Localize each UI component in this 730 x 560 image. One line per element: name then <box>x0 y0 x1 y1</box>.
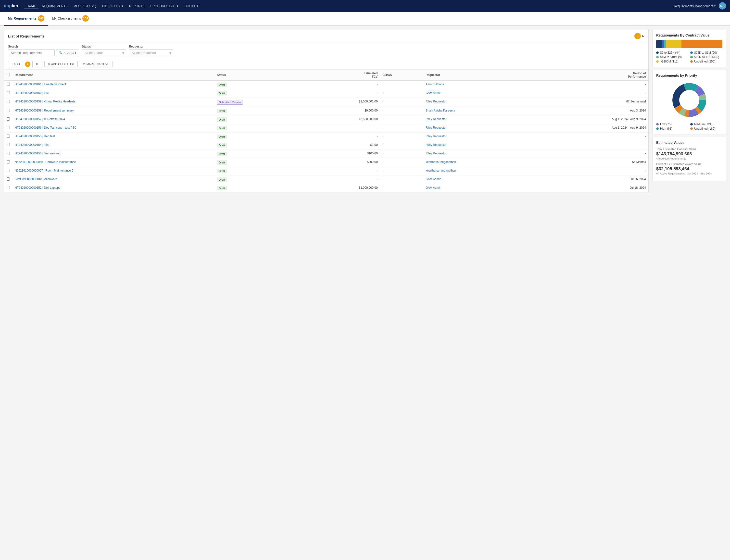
requirements-table: Requirement Status EstimatedTCV CO/CS Re… <box>4 70 648 193</box>
row-checkbox-4[interactable] <box>7 117 10 121</box>
filter-row: Search 🔍 SEARCH Status Select Status Dra… <box>4 42 648 59</box>
requestor-link-5[interactable]: Riley Requestor <box>426 126 446 129</box>
requestor-link-7[interactable]: Riley Requestor <box>426 143 446 147</box>
add-button[interactable]: + ADD <box>8 61 23 67</box>
requirement-link-9[interactable]: N6523610000000068 | Hardware maintenance <box>15 160 76 164</box>
requestor-link-9[interactable]: keerthana ranganathan <box>426 160 456 164</box>
requestor-link-12[interactable]: GAM Admin <box>426 186 441 189</box>
requirement-link-12[interactable]: HT94020000000152 | Dell Laptops <box>15 186 60 189</box>
status-badge: Draft <box>217 117 227 122</box>
list-header: List of Requirements 3 ▶ <box>4 30 648 42</box>
avatar[interactable]: GA <box>719 2 726 10</box>
cocs-cell-2: - <box>380 98 423 107</box>
legend-medium-label: Medium (121) <box>694 123 712 126</box>
tabs-bar: My Requirements 446 My Checklist Items 1… <box>0 12 730 26</box>
app-name[interactable]: Requirements Management ▾ <box>674 4 716 8</box>
row-checkbox-8[interactable] <box>7 152 10 155</box>
row-checkbox-9[interactable] <box>7 160 10 163</box>
status-badge: Draft <box>217 177 227 182</box>
row-checkbox-1[interactable] <box>7 91 10 94</box>
nav-copilot[interactable]: COPILOT <box>182 3 201 9</box>
row-checkbox-3[interactable] <box>7 109 10 112</box>
tab-my-checklist[interactable]: My Checklist Items 104 <box>48 12 93 26</box>
pop-cell-7: - <box>530 141 648 150</box>
legend-1mto10m-label: $1M to $10M (9) <box>660 55 682 59</box>
tcv-cell-12: $1,000,000.00 <box>308 184 380 193</box>
requirement-link-0[interactable]: HT94020000000161 | Line Items Check <box>15 83 67 86</box>
requirement-link-2[interactable]: HT94020000000159 | Virtual Reality Heads… <box>15 100 75 103</box>
nav-messages[interactable]: MESSAGES (2) <box>71 3 99 9</box>
pop-cell-4: Aug 1, 2024 - Aug 9, 2024 <box>530 115 648 124</box>
requirement-link-1[interactable]: HT94020000000160 | test <box>15 91 49 95</box>
nav-reports[interactable]: REPORTS <box>127 3 147 9</box>
add-button-label: + ADD <box>11 62 20 66</box>
requirement-link-4[interactable]: HT94020000000157 | IT Refresh 2024 <box>15 117 65 121</box>
legend-low: Low (75) <box>656 123 688 126</box>
legend-1mto10m: $1M to $10M (9) <box>656 55 688 59</box>
select-all-checkbox[interactable] <box>7 73 10 76</box>
nav-requirements[interactable]: REQUIREMENTS <box>39 3 70 9</box>
requirement-link-7[interactable]: HT94020000000154 | Test <box>15 143 49 147</box>
requirement-link-3[interactable]: HT94020000000158 | Requirement summary <box>15 109 74 112</box>
bar-orange <box>681 40 722 48</box>
tab-my-checklist-label: My Checklist Items <box>52 16 81 20</box>
row-checkbox-7[interactable] <box>7 143 10 146</box>
row-checkbox-2[interactable] <box>7 100 10 103</box>
requestor-link-1[interactable]: GAM Admin <box>426 91 441 95</box>
requestor-link-8[interactable]: Riley Requestor <box>426 152 446 155</box>
requestor-link-2[interactable]: Riley Requestor <box>426 100 446 103</box>
row-checkbox-5[interactable] <box>7 126 10 129</box>
row-checkbox-12[interactable] <box>7 186 10 189</box>
requirement-link-8[interactable]: HT94020000000153 | Test new req <box>15 152 61 155</box>
right-panel: Requirements By Contract Value $0 to $25… <box>653 30 726 193</box>
nav-items: HOME REQUIREMENTS MESSAGES (2) DIRECTORY… <box>24 3 674 9</box>
mark-inactive-button[interactable]: ⊘ MARK INACTIVE <box>80 61 112 67</box>
bar-teal <box>664 40 666 48</box>
legend-medium: Medium (121) <box>690 123 722 126</box>
nav-procuresight[interactable]: PROCURESIGHT <box>148 3 181 9</box>
requirement-link-10[interactable]: N6523610000000067 | Room Maintenance 5 <box>15 169 73 172</box>
requirement-link-5[interactable]: HT94020000000156 | Doc Test copy - test … <box>15 126 76 129</box>
row-checkbox-0[interactable] <box>7 83 10 86</box>
tab-my-requirements[interactable]: My Requirements 446 <box>4 12 48 26</box>
row-checkbox-11[interactable] <box>7 177 10 181</box>
contract-value-card: Requirements By Contract Value $0 to $25… <box>653 30 726 67</box>
main-content: List of Requirements 3 ▶ Search 🔍 SEARCH <box>0 26 730 197</box>
requestor-link-0[interactable]: Afrin Sulthana <box>426 83 444 86</box>
search-input[interactable] <box>8 49 55 56</box>
requirement-link-6[interactable]: HT94020000000155 | Req test <box>15 135 55 138</box>
requestor-select[interactable]: Select Requestor <box>129 49 173 56</box>
status-select[interactable]: Select Status Draft Submitted Review Act… <box>82 49 126 56</box>
requestor-link-10[interactable]: keerthana ranganathan <box>426 169 456 172</box>
nav-directory[interactable]: DIRECTORY <box>100 3 126 9</box>
tab-my-checklist-badge: 104 <box>82 15 89 22</box>
requestor-link-11[interactable]: GAM Admin <box>426 177 441 181</box>
tcv-cell-9: $900.00 <box>308 158 380 167</box>
add-checklist-button[interactable]: ⊕ ADD CHECKLIST <box>44 61 78 67</box>
action-row: + ADD 4 TE ⊕ ADD CHECKLIST ⊘ MARK INACTI… <box>4 59 648 70</box>
table-row: HT94020000000159 | Virtual Reality Heads… <box>4 98 648 107</box>
requirement-link-11[interactable]: SM90890000000018 | Alienware <box>15 177 57 181</box>
status-badge: Submitted Review <box>217 100 243 105</box>
tcv-cell-10: - <box>308 167 380 175</box>
requestor-link-3[interactable]: Shaik Ayisha Kareema <box>426 109 455 112</box>
search-button[interactable]: 🔍 SEARCH <box>56 50 79 56</box>
te-button[interactable]: TE <box>32 61 42 67</box>
legend-undefined-priority-label: Undefined (189) <box>694 127 715 130</box>
estimated-values-title: Estimated Values <box>656 141 722 145</box>
requestor-link-4[interactable]: Riley Requestor <box>426 117 446 121</box>
nav-home[interactable]: HOME <box>24 3 38 9</box>
tcv-cell-0: - <box>308 81 380 89</box>
col-requestor: Requestor <box>423 70 530 81</box>
requestor-link-6[interactable]: Riley Requestor <box>426 135 446 138</box>
row-checkbox-6[interactable] <box>7 135 10 138</box>
row-checkbox-10[interactable] <box>7 169 10 172</box>
right-panel-label-hint: ▶ <box>642 34 644 38</box>
legend-10mto100m: $10M to $100M (6) <box>690 55 722 59</box>
pop-cell-0: - <box>530 81 648 89</box>
search-filter-group: Search 🔍 SEARCH <box>8 45 79 56</box>
pop-cell-10: - <box>530 167 648 175</box>
requestor-filter-group: Requestor Select Requestor <box>129 45 173 56</box>
cocs-cell-5: - <box>380 124 423 133</box>
fy-value: $62,105,593,464 <box>656 166 722 172</box>
